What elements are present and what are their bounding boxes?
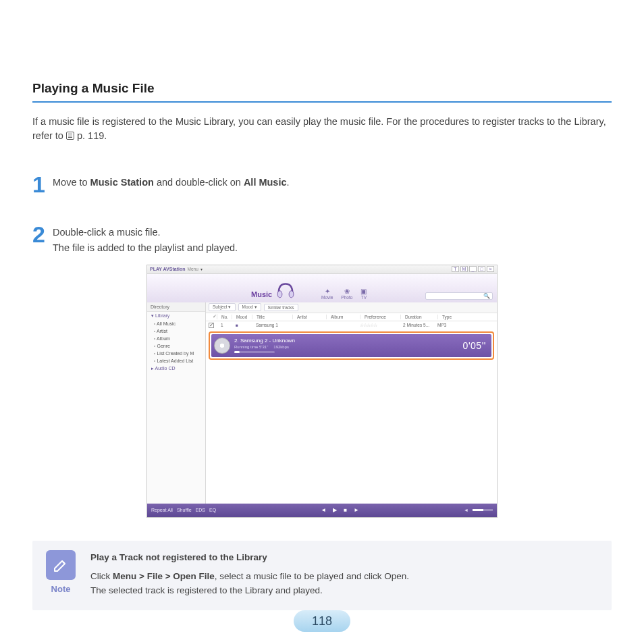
tv-icon: ▣: [360, 288, 367, 295]
sidebar-latest[interactable]: ▫ Latest Added List: [147, 357, 205, 365]
win-btn-close[interactable]: ×: [487, 266, 494, 272]
np-runtime: Running time 5'31": [234, 345, 268, 349]
app-titlebar: PLAY AVStation Menu ▾ T M _ □ ×: [147, 265, 497, 274]
playback-controls: ◄ ▶ ■ ►: [321, 507, 359, 513]
sidebar-album[interactable]: ▫ Album: [147, 335, 205, 342]
col-mood[interactable]: Mood: [232, 315, 252, 319]
highlight-callout: 2. Samsung 2 - Unknown Running time 5'31…: [209, 331, 494, 360]
col-preference[interactable]: Preference: [360, 315, 401, 319]
sidebar-artist[interactable]: ▫ Artist: [147, 327, 205, 335]
step-2-body: Double-click a music file. The file is a…: [53, 223, 238, 255]
col-no[interactable]: No.: [217, 315, 232, 319]
tab-photo[interactable]: ❀Photo: [341, 288, 352, 300]
titlebar-left: PLAY AVStation Menu ▾: [150, 267, 203, 271]
main-panel: Subject ▾ Mood ▾ Similar tracks ✓ No. Mo…: [206, 302, 497, 504]
sidebar-item-label: All Music: [157, 321, 176, 326]
col-album[interactable]: Album: [327, 315, 360, 319]
intro-text-a: If a music file is registered to the Mus…: [32, 116, 606, 141]
section-title: Playing a Music File: [32, 81, 612, 103]
sidebar-all-music[interactable]: ▫ All Music: [147, 320, 205, 327]
sidebar-item-label: List Created by M: [157, 351, 194, 356]
app-footer: Repeat All Shuffle EDS EQ ◄ ▶ ■ ► ◄: [147, 504, 497, 517]
stop-button[interactable]: ■: [344, 507, 347, 513]
movie-icon: ✦: [325, 288, 330, 295]
note-label: Note: [51, 584, 71, 594]
step-1-text-b: and double-click on: [154, 177, 244, 188]
col-duration[interactable]: Duration: [401, 315, 438, 319]
headphones-icon: [274, 278, 297, 301]
tab-movie[interactable]: ✦Movie: [321, 288, 333, 300]
sidebar-audio-cd[interactable]: ▸ Audio CD: [147, 365, 205, 373]
note-body: Play a Track not registered to the Libra…: [90, 550, 409, 598]
step-1-text-a: Move to: [53, 177, 90, 188]
menu-arrow-icon: ▾: [200, 267, 203, 271]
column-headers: ✓ No. Mood Title Artist Album Preference…: [206, 313, 497, 321]
step-1-body: Move to Music Station and double-click o…: [53, 173, 290, 190]
sidebar-genre[interactable]: ▫ Genre: [147, 342, 205, 350]
row-stars[interactable]: ☆☆☆☆☆: [360, 323, 400, 328]
prev-button[interactable]: ◄: [321, 507, 326, 513]
col-title[interactable]: Title: [252, 315, 293, 319]
win-btn-maximize[interactable]: □: [478, 266, 485, 272]
sidebar-item-label: Album: [157, 336, 170, 341]
filter-subject[interactable]: Subject ▾: [209, 303, 236, 311]
sidebar-header: Directory: [147, 302, 205, 312]
col-type[interactable]: Type: [438, 315, 497, 319]
footer-left: Repeat All Shuffle EDS EQ: [151, 508, 216, 512]
filter-similar[interactable]: Similar tracks: [264, 304, 298, 311]
win-btn-theme[interactable]: T: [452, 266, 459, 272]
note-pencil-icon: [46, 550, 76, 580]
app-screenshot: PLAY AVStation Menu ▾ T M _ □ × Music ✦M…: [146, 265, 498, 518]
page-ref-icon: [66, 132, 74, 140]
progress-bar[interactable]: [234, 351, 275, 353]
intro-paragraph: If a music file is registered to the Mus…: [32, 115, 612, 143]
play-button[interactable]: ▶: [333, 507, 337, 513]
step-1: 1 Move to Music Station and double-click…: [32, 173, 612, 196]
now-playing-time: 0'05'': [463, 340, 486, 351]
row-checkbox[interactable]: [209, 323, 214, 328]
music-section-label: Music: [251, 290, 272, 298]
speaker-icon[interactable]: ◄: [464, 508, 468, 512]
note-box: Note Play a Track not registered to the …: [32, 541, 612, 610]
step-2-line-2: The file is added to the playlist and pl…: [53, 242, 238, 253]
volume-slider[interactable]: [473, 509, 493, 511]
sidebar-item-label: Artist: [157, 329, 167, 333]
tab-tv[interactable]: ▣TV: [360, 288, 367, 300]
footer-repeat[interactable]: Repeat All: [151, 508, 173, 512]
tab-movie-label: Movie: [321, 295, 333, 300]
filter-mood[interactable]: Mood ▾: [238, 303, 261, 311]
footer-eds[interactable]: EDS: [196, 508, 205, 512]
now-playing-sub: Running time 5'31"192kbps: [234, 345, 459, 349]
footer-shuffle[interactable]: Shuffle: [177, 508, 192, 512]
row-type: MP3: [437, 323, 446, 327]
win-btn-minimize[interactable]: _: [469, 266, 477, 272]
filter-row: Subject ▾ Mood ▾ Similar tracks: [206, 302, 497, 313]
sidebar-user-list[interactable]: ▫ List Created by M: [147, 350, 205, 357]
step-2-line-1: Double-click a music file.: [53, 227, 161, 238]
note-bold: Menu > File > Open File: [113, 571, 215, 581]
tab-photo-label: Photo: [341, 295, 352, 300]
np-bitrate: 192kbps: [273, 345, 289, 349]
sidebar-item-label: Latest Added List: [157, 358, 193, 363]
win-btn-mode[interactable]: M: [460, 266, 468, 272]
app-menu-button[interactable]: Menu: [188, 267, 198, 271]
col-artist[interactable]: Artist: [293, 315, 327, 319]
track-row-1[interactable]: 1 ■ Samsung 1 ☆☆☆☆☆ 2 Minutes 5... MP3: [206, 321, 497, 329]
step-1-text-c: .: [287, 177, 290, 188]
now-playing-row[interactable]: 2. Samsung 2 - Unknown Running time 5'31…: [211, 334, 491, 357]
top-tabs: ✦Movie ❀Photo ▣TV: [321, 288, 367, 300]
col-check[interactable]: ✓: [209, 314, 217, 319]
app-header: Music ✦Movie ❀Photo ▣TV 🔍: [147, 274, 497, 302]
app-title: PLAY AVStation: [150, 267, 186, 271]
disc-icon: [214, 338, 230, 354]
next-button[interactable]: ►: [354, 507, 359, 513]
sidebar-library[interactable]: ▾ Library: [147, 312, 205, 320]
footer-eq[interactable]: EQ: [209, 508, 216, 512]
note-text-c: The selected track is registered to the …: [90, 585, 323, 595]
search-icon: 🔍: [483, 293, 490, 299]
step-1-number: 1: [32, 173, 53, 196]
search-input[interactable]: 🔍: [425, 292, 493, 300]
window-controls: T M _ □ ×: [452, 266, 494, 272]
svg-point-1: [289, 291, 294, 298]
volume-controls: ◄: [464, 508, 493, 512]
